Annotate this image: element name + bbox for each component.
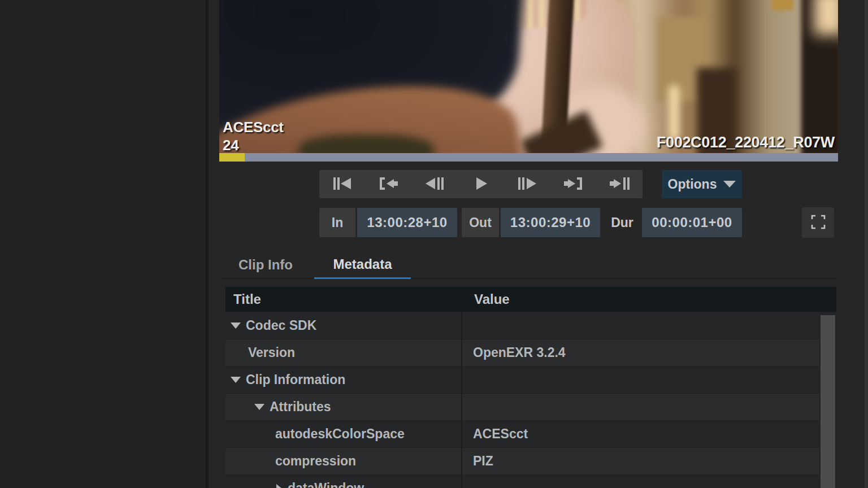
duration-timecode-field[interactable]: 00:00:01+00 [642, 208, 742, 237]
play-button[interactable] [461, 172, 501, 197]
row-title: dataWindow [288, 481, 364, 488]
table-row[interactable]: Version OpenEXR 3.2.4 [225, 339, 836, 366]
scrollbar-thumb[interactable] [821, 315, 835, 488]
row-value: ACEScct [473, 426, 528, 442]
table-row[interactable]: Attributes [225, 393, 836, 420]
bracket-arrow-left-icon [379, 177, 399, 192]
row-value: PIZ [473, 454, 493, 469]
out-timecode-field[interactable]: 13:00:29+10 [501, 208, 600, 237]
in-timecode-field[interactable]: 13:00:28+10 [357, 208, 457, 237]
expand-triangle-icon[interactable] [276, 484, 282, 488]
row-title: compression [275, 454, 356, 469]
row-title: Clip Information [246, 372, 345, 387]
options-button[interactable]: Options [662, 170, 742, 198]
chevron-down-icon [723, 181, 736, 188]
left-panel [0, 0, 205, 488]
arrow-right-bracket-icon [563, 177, 583, 192]
collapse-triangle-icon[interactable] [254, 404, 264, 410]
panel-divider [205, 0, 209, 488]
table-row[interactable]: Clip Information [225, 366, 836, 393]
row-title: Attributes [270, 399, 331, 415]
fullscreen-button[interactable] [802, 207, 834, 238]
row-value: OpenEXR 3.2.4 [473, 345, 566, 360]
duration-label: Dur [607, 208, 637, 237]
framerate-overlay: 24 [223, 136, 284, 153]
table-scrollbar[interactable] [819, 312, 836, 488]
clip-name-overlay: F002C012_220412_R07W [657, 133, 835, 151]
bars-arrow-left-icon [332, 177, 353, 192]
row-title: Version [248, 345, 295, 360]
row-title: autodeskColorSpace [275, 426, 405, 442]
row-title: Codec SDK [246, 318, 316, 333]
metadata-table-body: Codec SDK Version OpenEXR 3.2.4 Clip Inf… [225, 312, 836, 488]
timeline-position-bar[interactable] [219, 153, 838, 162]
table-row[interactable]: autodeskColorSpace ACEScct [225, 420, 836, 447]
column-header-value: Value [462, 291, 510, 307]
fullscreen-icon [810, 214, 826, 232]
info-tabbar: Clip Info Metadata [219, 252, 838, 279]
goto-end-button[interactable] [600, 172, 639, 197]
viewer-overlay-left: ACEScct 24 [223, 118, 284, 153]
metadata-table-header: Title Value [225, 287, 836, 312]
options-button-label: Options [668, 177, 717, 192]
collapse-triangle-icon[interactable] [231, 323, 241, 329]
goto-in-button[interactable] [369, 172, 409, 197]
collapse-triangle-icon[interactable] [231, 377, 241, 383]
goto-out-button[interactable] [553, 172, 593, 197]
transport-controls [319, 170, 643, 198]
table-row[interactable]: Codec SDK [225, 312, 836, 339]
step-forward-button[interactable] [507, 172, 547, 197]
tab-metadata[interactable]: Metadata [314, 251, 411, 279]
goto-start-button[interactable] [323, 172, 362, 197]
tab-clip-info[interactable]: Clip Info [226, 252, 305, 278]
timeline-played-segment [219, 153, 245, 162]
right-edge-strip [865, 0, 868, 488]
in-button[interactable]: In [319, 208, 355, 237]
step-back-button[interactable] [415, 172, 454, 197]
colorspace-overlay: ACEScct [223, 118, 284, 136]
bars-arrow-right-icon [517, 177, 537, 192]
arrow-right-bars-icon [609, 177, 630, 192]
out-button[interactable]: Out [462, 208, 499, 237]
metadata-table: Title Value Codec SDK Version OpenEXR 3.… [225, 287, 836, 488]
table-row[interactable]: compression PIZ [225, 447, 836, 474]
table-row[interactable]: dataWindow [225, 474, 836, 488]
video-viewer[interactable]: ACEScct 24 F002C012_220412_R07W [219, 0, 838, 153]
column-header-title: Title [225, 291, 462, 307]
play-icon [471, 177, 491, 192]
arrow-left-bars-icon [424, 177, 445, 192]
